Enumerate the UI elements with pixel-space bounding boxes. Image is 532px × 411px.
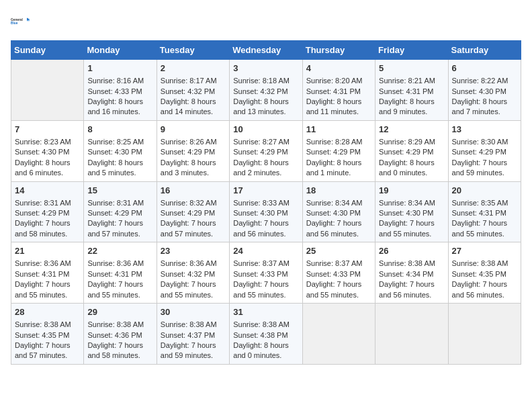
- day-number: 15: [87, 185, 152, 197]
- day-info: Sunrise: 8:34 AM Sunset: 4:30 PM Dayligh…: [379, 199, 435, 238]
- day-number: 22: [87, 245, 152, 257]
- calendar-cell: 7Sunrise: 8:23 AM Sunset: 4:30 PM Daylig…: [11, 120, 84, 181]
- page-header: GeneralBlue: [11, 11, 521, 32]
- day-number: 19: [379, 185, 444, 197]
- header-day-thursday: Thursday: [302, 41, 375, 60]
- calendar-body: 1Sunrise: 8:16 AM Sunset: 4:33 PM Daylig…: [11, 60, 521, 365]
- day-info: Sunrise: 8:16 AM Sunset: 4:33 PM Dayligh…: [87, 77, 144, 116]
- header-day-saturday: Saturday: [448, 41, 521, 60]
- day-number: 5: [379, 62, 444, 75]
- calendar-cell: 23Sunrise: 8:36 AM Sunset: 4:32 PM Dayli…: [157, 242, 229, 304]
- day-number: 10: [233, 124, 298, 136]
- day-number: 24: [233, 245, 298, 257]
- day-number: 11: [306, 124, 371, 136]
- calendar-cell: 22Sunrise: 8:36 AM Sunset: 4:31 PM Dayli…: [84, 242, 157, 304]
- day-number: 6: [452, 62, 517, 75]
- svg-text:Blue: Blue: [11, 21, 18, 25]
- day-number: 28: [15, 306, 80, 318]
- header-day-sunday: Sunday: [11, 41, 84, 60]
- day-number: 2: [161, 62, 226, 75]
- day-number: 18: [306, 185, 371, 197]
- calendar-cell: 1Sunrise: 8:16 AM Sunset: 4:33 PM Daylig…: [84, 60, 157, 121]
- calendar-cell: 6Sunrise: 8:22 AM Sunset: 4:30 PM Daylig…: [448, 60, 521, 121]
- day-number: 25: [306, 245, 371, 257]
- calendar-cell: 28Sunrise: 8:38 AM Sunset: 4:35 PM Dayli…: [11, 304, 84, 365]
- day-info: Sunrise: 8:26 AM Sunset: 4:29 PM Dayligh…: [161, 138, 217, 177]
- day-number: 27: [452, 245, 517, 257]
- day-info: Sunrise: 8:37 AM Sunset: 4:33 PM Dayligh…: [233, 259, 290, 298]
- day-info: Sunrise: 8:38 AM Sunset: 4:36 PM Dayligh…: [87, 320, 144, 359]
- calendar-cell: 17Sunrise: 8:33 AM Sunset: 4:30 PM Dayli…: [230, 181, 302, 242]
- day-info: Sunrise: 8:25 AM Sunset: 4:30 PM Dayligh…: [87, 138, 144, 177]
- calendar-cell: 10Sunrise: 8:27 AM Sunset: 4:29 PM Dayli…: [230, 120, 302, 181]
- day-number: 16: [161, 185, 226, 197]
- day-number: 23: [161, 245, 226, 257]
- day-info: Sunrise: 8:34 AM Sunset: 4:30 PM Dayligh…: [306, 199, 363, 238]
- calendar-cell: [448, 304, 521, 365]
- day-info: Sunrise: 8:31 AM Sunset: 4:29 PM Dayligh…: [87, 199, 144, 238]
- day-number: 26: [379, 245, 444, 257]
- day-info: Sunrise: 8:31 AM Sunset: 4:29 PM Dayligh…: [15, 199, 71, 238]
- calendar-week-3: 14Sunrise: 8:31 AM Sunset: 4:29 PM Dayli…: [11, 181, 521, 242]
- day-number: 3: [233, 62, 298, 75]
- day-info: Sunrise: 8:36 AM Sunset: 4:31 PM Dayligh…: [15, 259, 71, 298]
- calendar-header: SundayMondayTuesdayWednesdayThursdayFrid…: [11, 41, 521, 60]
- day-number: 21: [15, 245, 80, 257]
- calendar-cell: 30Sunrise: 8:38 AM Sunset: 4:37 PM Dayli…: [157, 304, 229, 365]
- header-day-tuesday: Tuesday: [157, 41, 229, 60]
- day-info: Sunrise: 8:36 AM Sunset: 4:31 PM Dayligh…: [87, 259, 144, 298]
- calendar-week-1: 1Sunrise: 8:16 AM Sunset: 4:33 PM Daylig…: [11, 60, 521, 121]
- day-info: Sunrise: 8:33 AM Sunset: 4:30 PM Dayligh…: [233, 199, 290, 238]
- day-info: Sunrise: 8:27 AM Sunset: 4:29 PM Dayligh…: [233, 138, 290, 177]
- day-number: 14: [15, 185, 80, 197]
- calendar-cell: 26Sunrise: 8:38 AM Sunset: 4:34 PM Dayli…: [375, 242, 448, 304]
- day-info: Sunrise: 8:38 AM Sunset: 4:35 PM Dayligh…: [452, 259, 508, 298]
- day-info: Sunrise: 8:22 AM Sunset: 4:30 PM Dayligh…: [452, 77, 508, 116]
- day-info: Sunrise: 8:38 AM Sunset: 4:34 PM Dayligh…: [379, 259, 435, 298]
- calendar-cell: 24Sunrise: 8:37 AM Sunset: 4:33 PM Dayli…: [230, 242, 302, 304]
- day-number: 20: [452, 185, 517, 197]
- day-info: Sunrise: 8:29 AM Sunset: 4:29 PM Dayligh…: [379, 138, 435, 177]
- calendar-cell: 9Sunrise: 8:26 AM Sunset: 4:29 PM Daylig…: [157, 120, 229, 181]
- calendar-cell: 18Sunrise: 8:34 AM Sunset: 4:30 PM Dayli…: [302, 181, 375, 242]
- calendar-cell: 5Sunrise: 8:21 AM Sunset: 4:31 PM Daylig…: [375, 60, 448, 121]
- day-info: Sunrise: 8:28 AM Sunset: 4:29 PM Dayligh…: [306, 138, 363, 177]
- calendar-cell: 21Sunrise: 8:36 AM Sunset: 4:31 PM Dayli…: [11, 242, 84, 304]
- calendar-cell: 27Sunrise: 8:38 AM Sunset: 4:35 PM Dayli…: [448, 242, 521, 304]
- svg-text:General: General: [11, 18, 23, 21]
- day-number: 1: [87, 62, 152, 75]
- calendar-week-2: 7Sunrise: 8:23 AM Sunset: 4:30 PM Daylig…: [11, 120, 521, 181]
- calendar-cell: 4Sunrise: 8:20 AM Sunset: 4:31 PM Daylig…: [302, 60, 375, 121]
- day-info: Sunrise: 8:23 AM Sunset: 4:30 PM Dayligh…: [15, 138, 71, 177]
- calendar-cell: 20Sunrise: 8:35 AM Sunset: 4:31 PM Dayli…: [448, 181, 521, 242]
- calendar-cell: 16Sunrise: 8:32 AM Sunset: 4:29 PM Dayli…: [157, 181, 229, 242]
- day-number: 12: [379, 124, 444, 136]
- calendar-cell: 31Sunrise: 8:38 AM Sunset: 4:38 PM Dayli…: [230, 304, 302, 365]
- day-info: Sunrise: 8:20 AM Sunset: 4:31 PM Dayligh…: [306, 77, 363, 116]
- header-day-monday: Monday: [84, 41, 157, 60]
- calendar-cell: 13Sunrise: 8:30 AM Sunset: 4:29 PM Dayli…: [448, 120, 521, 181]
- day-info: Sunrise: 8:18 AM Sunset: 4:32 PM Dayligh…: [233, 77, 290, 116]
- header-row: SundayMondayTuesdayWednesdayThursdayFrid…: [11, 41, 521, 60]
- day-info: Sunrise: 8:32 AM Sunset: 4:29 PM Dayligh…: [161, 199, 217, 238]
- day-number: 29: [87, 306, 152, 318]
- calendar-cell: 11Sunrise: 8:28 AM Sunset: 4:29 PM Dayli…: [302, 120, 375, 181]
- day-info: Sunrise: 8:38 AM Sunset: 4:38 PM Dayligh…: [233, 320, 290, 359]
- calendar-cell: 2Sunrise: 8:17 AM Sunset: 4:32 PM Daylig…: [157, 60, 229, 121]
- day-info: Sunrise: 8:17 AM Sunset: 4:32 PM Dayligh…: [161, 77, 217, 116]
- calendar-table: SundayMondayTuesdayWednesdayThursdayFrid…: [11, 40, 521, 365]
- day-info: Sunrise: 8:21 AM Sunset: 4:31 PM Dayligh…: [379, 77, 435, 116]
- calendar-cell: 19Sunrise: 8:34 AM Sunset: 4:30 PM Dayli…: [375, 181, 448, 242]
- day-info: Sunrise: 8:30 AM Sunset: 4:29 PM Dayligh…: [452, 138, 508, 177]
- calendar-cell: 25Sunrise: 8:37 AM Sunset: 4:33 PM Dayli…: [302, 242, 375, 304]
- day-info: Sunrise: 8:35 AM Sunset: 4:31 PM Dayligh…: [452, 199, 508, 238]
- day-number: 9: [161, 124, 226, 136]
- logo-icon: GeneralBlue: [11, 11, 32, 32]
- calendar-cell: 3Sunrise: 8:18 AM Sunset: 4:32 PM Daylig…: [230, 60, 302, 121]
- calendar-week-5: 28Sunrise: 8:38 AM Sunset: 4:35 PM Dayli…: [11, 304, 521, 365]
- day-number: 13: [452, 124, 517, 136]
- day-number: 30: [161, 306, 226, 318]
- calendar-cell: [302, 304, 375, 365]
- calendar-week-4: 21Sunrise: 8:36 AM Sunset: 4:31 PM Dayli…: [11, 242, 521, 304]
- day-number: 8: [87, 124, 152, 136]
